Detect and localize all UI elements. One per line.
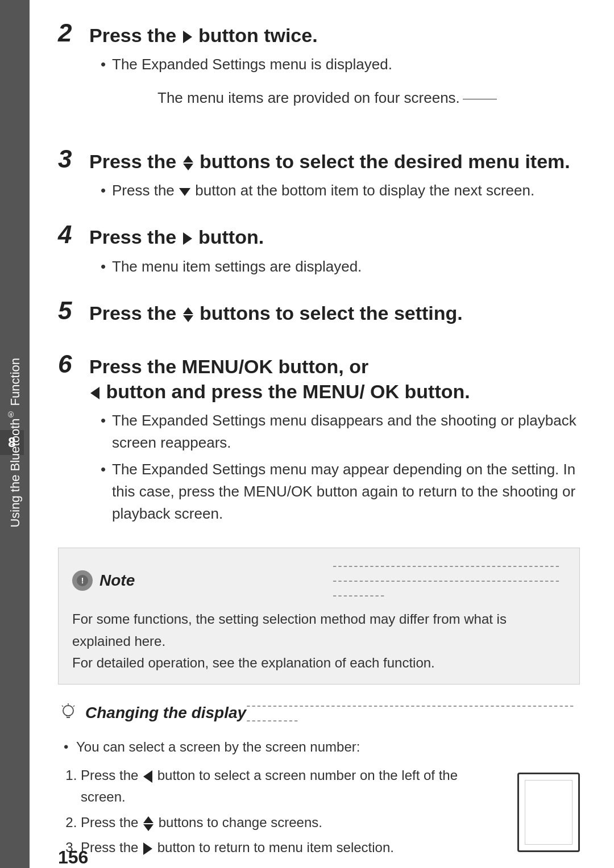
updown-icon-3 bbox=[183, 156, 193, 170]
svg-line-7 bbox=[62, 706, 63, 707]
step-6-content: Press the MENU/OK button, or button and … bbox=[89, 354, 580, 525]
changing-title: Changing the display bbox=[85, 704, 246, 722]
step-5: 5 Press the buttons to select the settin… bbox=[58, 301, 580, 331]
changing-list: Press the button to select a screen numb… bbox=[64, 761, 500, 862]
step-3: 3 Press the buttons to select the desire… bbox=[58, 149, 580, 202]
main-content: 2 Press the button twice. The Expanded S… bbox=[30, 0, 614, 868]
note-header: ! Note ---------------------------------… bbox=[72, 558, 566, 603]
step-4-content: Press the button. The menu item settings… bbox=[89, 224, 580, 277]
svg-text:!: ! bbox=[81, 576, 84, 585]
step-6-bullet-1: The Expanded Settings menu disappears an… bbox=[101, 410, 580, 454]
step-5-title: Press the buttons to select the setting. bbox=[89, 301, 580, 326]
note-body: For some functions, the setting selectio… bbox=[72, 608, 566, 674]
step-2: 2 Press the button twice. The Expanded S… bbox=[58, 23, 580, 126]
note-line-2: For detailed operation, see the explanat… bbox=[72, 652, 566, 674]
step-2-bullet-1: The Expanded Settings menu is displayed. bbox=[101, 53, 580, 76]
updown-icon-c2 bbox=[143, 816, 154, 831]
page-number: 156 bbox=[58, 847, 88, 868]
updown-icon-5 bbox=[183, 307, 193, 322]
changing-item-2: Press the buttons to change screens. bbox=[81, 812, 500, 833]
note-section: ! Note ---------------------------------… bbox=[58, 548, 580, 685]
note-title: Note bbox=[99, 571, 333, 590]
triangle-right-icon-c3 bbox=[143, 842, 152, 855]
step-2-note: The menu items are provided on four scre… bbox=[157, 87, 580, 109]
step-3-number: 3 bbox=[58, 147, 89, 172]
step-2-title: Press the button twice. bbox=[89, 23, 580, 48]
step-6-title: Press the MENU/OK button, or button and … bbox=[89, 354, 580, 404]
step-3-content: Press the buttons to select the desired … bbox=[89, 149, 580, 202]
step-4-bullet-1: The menu item settings are displayed. bbox=[101, 256, 580, 278]
screen-diagram bbox=[517, 773, 580, 852]
note-symbol-icon: ! bbox=[76, 574, 89, 587]
triangle-right-icon bbox=[183, 31, 192, 43]
note-dashes: ----------------------------------------… bbox=[333, 558, 566, 603]
changing-section: Changing the display -------------------… bbox=[58, 698, 580, 862]
step-4: 4 Press the button. The menu item settin… bbox=[58, 224, 580, 277]
triangle-right-icon-4 bbox=[183, 232, 192, 245]
note-line-1: For some functions, the setting selectio… bbox=[72, 608, 566, 652]
step-5-content: Press the buttons to select the setting. bbox=[89, 301, 580, 331]
changing-header: Changing the display -------------------… bbox=[58, 698, 580, 728]
triangle-left-icon-c1 bbox=[143, 770, 152, 783]
step-2-content: Press the button twice. The Expanded Set… bbox=[89, 23, 580, 126]
page-container: 8 Using the Bluetooth® Function 2 Press … bbox=[0, 0, 614, 868]
changing-numbered-list: Press the button to select a screen numb… bbox=[64, 765, 500, 859]
step-6-number: 6 bbox=[58, 352, 89, 377]
changing-dashes: ----------------------------------------… bbox=[246, 698, 580, 728]
step-2-number: 2 bbox=[58, 20, 89, 45]
changing-body: You can select a screen by the screen nu… bbox=[58, 736, 580, 862]
triangle-left-icon-6 bbox=[90, 387, 99, 399]
step-3-bullet-1: Press the button at the bottom item to d… bbox=[101, 180, 580, 202]
side-tab: 8 Using the Bluetooth® Function bbox=[0, 0, 30, 868]
svg-point-2 bbox=[63, 706, 73, 716]
triangle-down-icon bbox=[179, 188, 190, 196]
side-tab-label: Using the Bluetooth® Function bbox=[6, 358, 23, 528]
changing-item-1: Press the button to select a screen numb… bbox=[81, 765, 500, 808]
step-4-title: Press the button. bbox=[89, 224, 580, 249]
step-5-number: 5 bbox=[58, 298, 89, 323]
bulb-icon bbox=[58, 703, 78, 723]
step-4-number: 4 bbox=[58, 222, 89, 247]
changing-intro: You can select a screen by the screen nu… bbox=[64, 736, 580, 759]
changing-content-row: Press the button to select a screen numb… bbox=[64, 761, 580, 862]
svg-line-6 bbox=[73, 706, 74, 707]
note-icon: ! bbox=[72, 570, 93, 591]
step-6: 6 Press the MENU/OK button, or button an… bbox=[58, 354, 580, 525]
step-6-bullet-2: The Expanded Settings menu may appear de… bbox=[101, 458, 580, 525]
changing-item-3: Press the button to return to menu item … bbox=[81, 837, 500, 858]
step-3-title: Press the buttons to select the desired … bbox=[89, 149, 580, 174]
lightbulb-icon bbox=[58, 703, 78, 723]
